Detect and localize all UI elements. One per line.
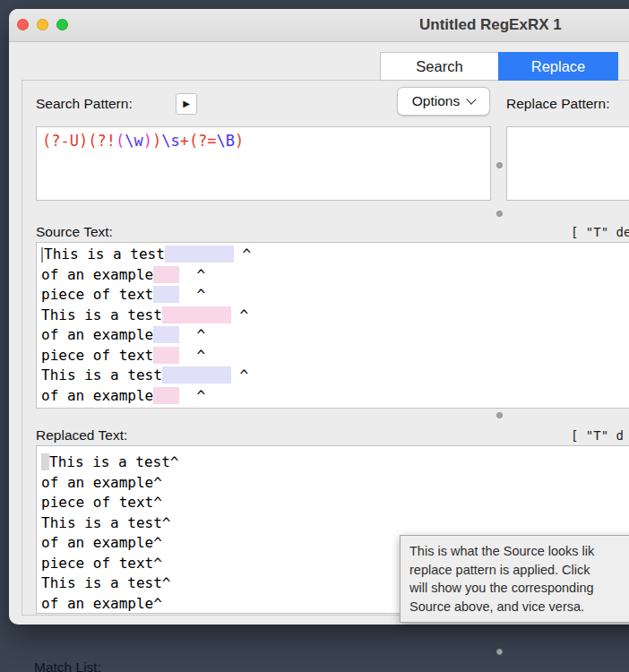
source-text-area[interactable]: This is a test ^of an example ^piece of … (36, 242, 629, 409)
match-list-label: Match List: (34, 659, 101, 672)
zoom-button[interactable] (56, 19, 68, 30)
match-highlight (153, 387, 179, 404)
match-highlight (153, 347, 179, 364)
replaced-line: This is a test^ (41, 513, 629, 534)
replaced-line: of an example^ (41, 473, 629, 494)
gap (179, 347, 196, 364)
replaced-line-text: This is a test^ (41, 574, 171, 591)
regex-token: \s (161, 132, 179, 150)
gap (179, 326, 196, 343)
source-text-label: Source Text: (36, 224, 113, 240)
gap (179, 266, 196, 283)
line-marker: ^ (196, 326, 205, 343)
search-pattern-label: Search Pattern: (36, 96, 133, 112)
minimize-button[interactable] (37, 19, 48, 30)
gap (231, 366, 240, 383)
replaced-text-label: Replaced Text: (36, 427, 127, 444)
line-marker: ^ (196, 347, 205, 364)
replaced-line: piece of text^ (41, 493, 629, 513)
match-highlight (162, 366, 231, 383)
source-line: piece of text ^ (41, 346, 629, 366)
source-line: piece of text ^ (41, 285, 629, 306)
source-line-text: piece of text (41, 286, 153, 303)
splitter-handle[interactable] (496, 649, 503, 655)
regex-token: \w (125, 132, 142, 150)
splitter-handle[interactable] (496, 412, 503, 418)
help-tooltip: This is what the Source looks likreplace… (400, 535, 629, 623)
gap (179, 387, 196, 404)
regex-token: + (180, 132, 189, 150)
tooltip-line: Source above, and vice versa. (409, 598, 629, 616)
close-button[interactable] (17, 19, 29, 30)
replace-pattern-label: Replace Pattern: (506, 96, 609, 112)
splitter-handle[interactable] (496, 211, 503, 217)
source-line-text: This is a test (41, 366, 162, 383)
regex-token: ( (116, 132, 125, 150)
source-line: This is a test ^ (41, 366, 629, 386)
regex-token: \B (217, 132, 235, 150)
gap (234, 246, 243, 263)
regex-token: ) (143, 132, 152, 150)
line-marker: ^ (240, 366, 249, 383)
source-meta-note: [ "T" de (571, 225, 629, 239)
search-pattern-tokens: (?-U)(?!(\w))\s+(?=\B) (37, 127, 490, 154)
tab-search[interactable]: Search (380, 52, 498, 81)
line-marker: ^ (196, 387, 205, 404)
line-marker: ^ (196, 286, 205, 303)
tooltip-lines: This is what the Source looks likreplace… (409, 542, 629, 616)
regex-token: (?= (189, 132, 217, 150)
replace-pattern-input[interactable] (506, 126, 629, 201)
source-line-text: of an example (41, 387, 153, 404)
replaced-line-text: of an example^ (41, 474, 162, 491)
regex-token: (?-U) (42, 132, 88, 150)
source-line: of an example ^ (41, 265, 629, 286)
replaced-line-text: This is a test^ (41, 514, 171, 531)
titlebar[interactable]: Untitled RegExRX 1 (9, 9, 629, 42)
source-lines: This is a test ^of an example ^piece of … (41, 245, 629, 406)
tooltip-line: This is what the Source looks lik (409, 542, 629, 561)
tooltip-line: will show you the corresponding (409, 579, 629, 598)
play-icon: ▶ (183, 99, 190, 108)
search-pattern-input[interactable]: (?-U)(?!(\w))\s+(?=\B) (36, 126, 491, 201)
app-window: Untitled RegExRX 1 Search Replace Search… (9, 9, 629, 625)
replaced-line-text: This is a test^ (49, 453, 179, 470)
source-line: This is a test ^ (41, 306, 629, 326)
gap (231, 306, 240, 323)
tab-replace[interactable]: Replace (498, 52, 618, 81)
match-highlight (165, 246, 234, 263)
text-cursor (41, 247, 43, 263)
replace-pattern-value (507, 127, 629, 136)
line-marker: ^ (243, 246, 252, 263)
replaced-line-text: piece of text^ (41, 555, 162, 572)
replaced-line: This is a test^ (41, 452, 629, 473)
regex-token: (?! (88, 132, 116, 150)
splitter-handle[interactable] (496, 162, 503, 168)
line-marker: ^ (240, 306, 249, 323)
match-highlight (153, 326, 179, 343)
gap (179, 286, 196, 303)
replaced-line-text: of an example^ (41, 595, 162, 612)
regex-token: ) (152, 132, 161, 150)
source-line: This is a test ^ (41, 245, 629, 265)
replaced-line-text: of an example^ (41, 534, 162, 551)
options-button[interactable]: Options (397, 87, 490, 116)
window-title: Untitled RegExRX 1 (419, 16, 562, 34)
source-line-text: piece of text (41, 347, 153, 364)
replaced-meta-note: [ "T" d (571, 428, 624, 443)
text-cursor (41, 453, 49, 470)
match-highlight (162, 306, 231, 323)
line-marker: ^ (196, 266, 205, 283)
options-button-label: Options (412, 93, 460, 109)
source-line: of an example ^ (41, 325, 629, 346)
source-line-text: This is a test (44, 246, 165, 263)
source-line-text: of an example (41, 326, 153, 343)
match-highlight (153, 266, 179, 283)
source-line-text: This is a test (41, 306, 162, 323)
run-search-button[interactable]: ▶ (176, 93, 197, 115)
tooltip-line: replace pattern is applied. Click (409, 561, 629, 580)
source-line: of an example ^ (41, 386, 629, 407)
regex-token: ) (235, 132, 244, 150)
chevron-down-icon (467, 94, 477, 104)
source-line-text: of an example (41, 266, 153, 283)
replaced-line-text: piece of text^ (41, 494, 162, 511)
